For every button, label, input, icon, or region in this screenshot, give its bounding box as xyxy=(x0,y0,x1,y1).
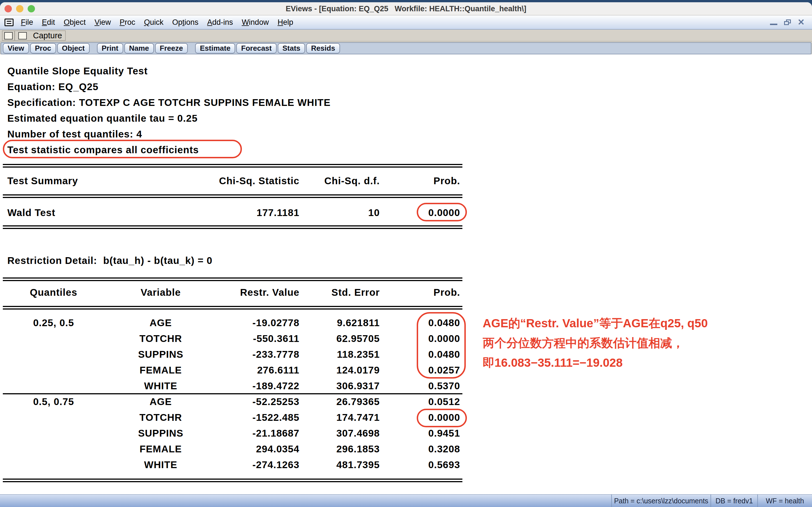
prob-col: Prob. xyxy=(347,175,460,187)
table-row: WHITE-274.1263481.73950.5693 xyxy=(0,459,479,474)
capture-group: Capture xyxy=(2,31,66,41)
test-summary-header-row: Test Summary Chi-Sq. Statistic Chi-Sq. d… xyxy=(0,175,479,190)
system-menu-bars xyxy=(7,21,11,24)
report-title: Quantile Slope Equality Test xyxy=(7,65,148,77)
menu-file[interactable]: File xyxy=(21,18,33,27)
system-menu-icon[interactable] xyxy=(4,18,13,26)
status-db[interactable]: DB = fredv1 xyxy=(711,495,757,507)
quantiles-col: Quantiles xyxy=(6,286,101,298)
window-title: EViews - [Equation: EQ_Q25 Workfile: HEA… xyxy=(0,2,812,15)
window-controls: ✕ xyxy=(770,19,808,25)
toolbar-divider xyxy=(14,31,15,40)
table-row: FEMALE294.0354296.18530.3208 xyxy=(0,443,479,459)
menu-edit[interactable]: Edit xyxy=(42,18,55,27)
name-button[interactable]: Name xyxy=(124,43,154,54)
title-bar: EViews - [Equation: EQ_Q25 Workfile: HEA… xyxy=(0,2,812,15)
quantiles-count-line: Number of test quantiles: 4 xyxy=(7,128,142,140)
window-doc-icon[interactable] xyxy=(4,32,13,40)
proc-button[interactable]: Proc xyxy=(30,43,56,54)
menu-help[interactable]: Help xyxy=(277,18,293,27)
eviews-window: EViews - [Equation: EQ_Q25 Workfile: HEA… xyxy=(0,2,812,507)
menu-proc[interactable]: Proc xyxy=(119,18,135,27)
specification-line: Specification: TOTEXP C AGE TOTCHR SUPPI… xyxy=(7,96,331,109)
object-button-bar: View Proc Object Print Name Freeze Estim… xyxy=(0,41,812,54)
wald-test-row: Wald Test 177.1181 10 0.0000 xyxy=(0,207,479,222)
print-button[interactable]: Print xyxy=(97,43,123,54)
report-output: Quantile Slope Equality Test Equation: E… xyxy=(0,54,812,494)
estimate-button[interactable]: Estimate xyxy=(195,43,235,54)
annotation-box-prob-block1 xyxy=(417,312,466,379)
table-row: 0.5, 0.75AGE-52.2525326.793650.0512 xyxy=(0,395,479,411)
equation-line: Equation: EQ_Q25 xyxy=(7,80,98,93)
table-row: TOTCHR-550.361162.957050.0000 xyxy=(0,332,479,348)
status-wf[interactable]: WF = health xyxy=(757,495,812,507)
menu-window[interactable]: Window xyxy=(242,18,269,27)
menu-options[interactable]: Options xyxy=(172,18,199,27)
table-row: SUPPINS-233.7778118.23510.0480 xyxy=(0,348,479,364)
traffic-lights xyxy=(4,2,35,15)
wald-label: Wald Test xyxy=(7,207,55,219)
menu-addins[interactable]: Add-ins xyxy=(207,18,233,27)
status-path[interactable]: Path = c:\users\lzz\documents xyxy=(611,495,711,507)
resids-button[interactable]: Resids xyxy=(306,43,340,54)
minimize-icon[interactable] xyxy=(770,24,777,25)
button-panel: View Proc Object Print Name Freeze Estim… xyxy=(1,42,811,54)
table-double-rule xyxy=(3,164,462,168)
stats-button[interactable]: Stats xyxy=(278,43,305,54)
menu-view[interactable]: View xyxy=(94,18,111,27)
menu-object[interactable]: Object xyxy=(64,18,86,27)
menu-bar: File Edit Object View Proc Quick Options… xyxy=(0,15,812,30)
tau-line: Estimated equation quantile tau = 0.25 xyxy=(7,112,198,124)
annotation-oval-totchr-prob xyxy=(417,409,467,427)
view-button[interactable]: View xyxy=(3,43,29,54)
annotation-text-line3: 即16.083−35.111=−19.028 xyxy=(483,356,622,370)
table-row: TOTCHR-1522.485174.74710.0000 xyxy=(0,411,479,427)
object-button[interactable]: Object xyxy=(57,43,90,54)
table-single-rule xyxy=(3,393,462,394)
restore-icon[interactable] xyxy=(784,19,791,25)
capture-window-icon[interactable] xyxy=(18,32,27,40)
table-double-rule xyxy=(3,306,462,309)
table-row: FEMALE276.6111124.01790.0257 xyxy=(0,364,479,380)
screen: EViews - [Equation: EQ_Q25 Workfile: HEA… xyxy=(0,0,812,507)
annotation-text-line1: AGE的“Restr. Value”等于AGE在q25, q50 xyxy=(483,316,708,330)
table-double-rule xyxy=(3,194,462,198)
table-double-rule xyxy=(3,478,462,482)
table-double-rule xyxy=(3,277,462,281)
prob-col: Prob. xyxy=(347,286,460,298)
restriction-detail-title: Restriction Detail: b(tau_h) - b(tau_k) … xyxy=(7,255,213,267)
close-traffic-light[interactable] xyxy=(4,5,12,12)
restriction-header-row: Quantiles Variable Restr. Value Std. Err… xyxy=(0,286,479,302)
status-bar: Path = c:\users\lzz\documents DB = fredv… xyxy=(0,494,812,507)
annotation-oval-wald-prob xyxy=(417,203,467,221)
forecast-button[interactable]: Forecast xyxy=(236,43,276,54)
annotation-oval-test-statistic xyxy=(3,140,242,158)
table-row: 0.25, 0.5AGE-19.027789.6218110.0480 xyxy=(0,317,479,332)
annotation-text-line2: 两个分位数方程中的系数估计值相减， xyxy=(483,336,684,350)
menu-quick[interactable]: Quick xyxy=(144,18,163,27)
minimize-traffic-light[interactable] xyxy=(16,5,23,12)
capture-button[interactable]: Capture xyxy=(33,31,62,40)
table-row: SUPPINS-21.18687307.46980.9451 xyxy=(0,427,479,443)
capture-toolbar: Capture xyxy=(0,30,812,41)
freeze-button[interactable]: Freeze xyxy=(155,43,188,54)
table-double-rule xyxy=(3,225,462,229)
zoom-traffic-light[interactable] xyxy=(28,5,35,12)
close-icon[interactable]: ✕ xyxy=(798,19,805,25)
test-summary-col: Test Summary xyxy=(7,175,78,187)
